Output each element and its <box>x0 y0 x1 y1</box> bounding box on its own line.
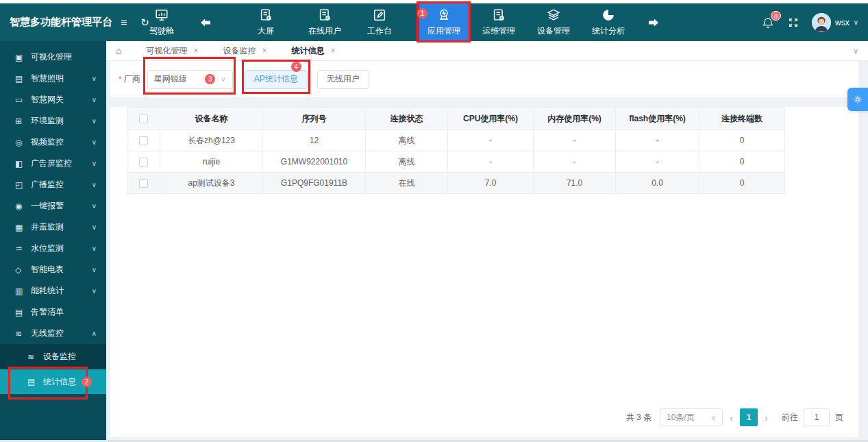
cell-memory: - <box>534 151 616 173</box>
nav-item-label: 运维管理 <box>482 25 515 37</box>
nav-scroll-right-arrow[interactable] <box>641 3 666 41</box>
chevron-down-icon: ∨ <box>92 266 97 273</box>
cell-serial: G1MW922001010 <box>263 151 366 173</box>
sidebar-item-broadcast-monitoring[interactable]: ◰广播监控∨ <box>0 174 106 195</box>
chevron-down-icon: ∨ <box>711 414 716 421</box>
chevron-down-icon: ∨ <box>92 287 97 295</box>
sidebar-subitem-device-monitoring[interactable]: ≋设备监控 <box>0 344 106 369</box>
sidebar-item-wireless-monitoring[interactable]: ≋无线监控∧ <box>0 323 106 344</box>
current-page-button[interactable]: 1 <box>740 408 758 426</box>
nav-item-statistics[interactable]: 统计分析 <box>584 3 633 41</box>
fullscreen-button[interactable] <box>787 16 799 29</box>
row-checkbox[interactable] <box>139 158 148 167</box>
page-size-value: 10条/页 <box>667 412 695 423</box>
ad-screen-icon: ◧ <box>15 159 25 169</box>
sidebar-item-smart-gateway[interactable]: ▭智慧网关∨ <box>0 89 106 110</box>
notifications-button[interactable]: 0 <box>761 16 775 29</box>
row-checkbox[interactable] <box>139 179 148 188</box>
app-window: 智慧多功能杆管理平台 ≡ ↻ 驾驶舱 大屏 在线用户 工作台 1 应用管理 <box>0 0 868 442</box>
column-header-device-name: 设备名称 <box>160 108 263 130</box>
select-all-checkbox[interactable] <box>139 114 148 123</box>
sidebar-item-video-surveillance[interactable]: ◎视频监控∨ <box>0 132 106 153</box>
pie-chart-icon <box>601 8 616 23</box>
sidebar-item-label: 智慧照明 <box>31 73 64 84</box>
home-icon[interactable]: ⌂ <box>116 45 121 56</box>
sidebar-item-environment-monitoring[interactable]: ⊞环境监测∨ <box>0 110 106 132</box>
required-asterisk: * <box>119 75 122 84</box>
sidebar-item-label: 能耗统计 <box>31 285 64 297</box>
user-menu[interactable]: wsx ∨ <box>812 13 858 32</box>
nav-scroll-left-arrow[interactable] <box>193 3 218 41</box>
cell-terminals: 0 <box>699 130 785 151</box>
top-navbar: 智慧多功能杆管理平台 ≡ ↻ 驾驶舱 大屏 在线用户 工作台 1 应用管理 <box>0 3 868 41</box>
nav-item-device-management[interactable]: 设备管理 <box>529 3 578 41</box>
tab-list-chevron-icon[interactable]: ∨ <box>853 47 858 56</box>
sidebar-item-label: 广播监控 <box>31 179 64 191</box>
chevron-down-icon: ∨ <box>92 245 97 252</box>
row-checkbox[interactable] <box>139 136 148 145</box>
cell-memory: 71.0 <box>534 173 616 194</box>
nav-item-app-management[interactable]: 1 应用管理 <box>419 3 469 41</box>
vendor-label: 厂商 <box>124 73 140 85</box>
sidebar-item-smart-meter[interactable]: ◇智能电表∨ <box>0 259 106 280</box>
cell-status: 在线 <box>366 173 448 194</box>
content-area: ⌂ 可视化管理× 设备监控× 统计信息× ∨ * 厂商 星网锐捷 3 ∨ 4 <box>106 41 868 440</box>
select-all-cell <box>127 108 160 130</box>
navbar-right-cluster: 0 wsx ∨ <box>761 3 868 41</box>
column-header-terminals: 连接终端数 <box>699 108 785 130</box>
table-header-row: 设备名称 序列号 连接状态 CPU使用率(%) 内存使用率(%) flash使用… <box>127 108 785 130</box>
chevron-down-icon: ∨ <box>92 138 97 146</box>
goto-page-input[interactable] <box>804 408 830 426</box>
cell-serial: G1PQ9FG01911B <box>263 173 366 194</box>
sidebar-subitem-statistics-info[interactable]: ▤ 统计信息 2 <box>0 369 106 394</box>
nav-item-label: 统计分析 <box>592 25 625 37</box>
sidebar-item-label: 水位监测 <box>31 243 64 254</box>
wifi-icon: ≋ <box>27 352 38 362</box>
sidebar-item-energy-statistics[interactable]: ▥能耗统计∨ <box>0 280 106 302</box>
nav-item-workbench[interactable]: 工作台 <box>355 3 404 41</box>
broadcast-icon: ◰ <box>15 180 25 190</box>
fullscreen-icon <box>787 16 799 29</box>
environment-icon: ⊞ <box>15 116 25 126</box>
chevron-down-icon: ∨ <box>92 181 97 188</box>
sidebar-item-manhole-monitoring[interactable]: ▦井盖监测∨ <box>0 217 106 238</box>
close-icon[interactable]: × <box>262 46 266 56</box>
nav-item-big-screen[interactable]: 大屏 <box>241 3 290 41</box>
sidebar-item-smart-lighting[interactable]: ▤智慧照明∨ <box>0 68 106 89</box>
tab-statistics-info[interactable]: 统计信息× <box>292 45 336 57</box>
notification-count-badge: 0 <box>771 11 781 21</box>
close-icon[interactable]: × <box>193 46 198 56</box>
close-icon[interactable]: × <box>331 46 336 56</box>
next-page-button[interactable]: › <box>758 412 775 423</box>
tab-visual-management[interactable]: 可视化管理× <box>146 45 198 57</box>
ap-statistics-button[interactable]: 4 AP统计信息 <box>245 70 308 89</box>
column-header-memory: 内存使用率(%) <box>534 108 616 130</box>
cell-serial: 12 <box>263 130 366 151</box>
cell-terminals: 0 <box>699 151 785 173</box>
chevron-down-icon: ∨ <box>92 223 97 231</box>
sidebar-item-visual-management[interactable]: ▣可视化管理 <box>0 47 106 68</box>
nav-item-online-users[interactable]: 在线用户 <box>300 3 349 41</box>
annotation-badge-1: 1 <box>417 8 427 19</box>
sidebar-item-one-key-alarm[interactable]: ◉一键报警∨ <box>0 195 106 217</box>
page-size-select[interactable]: 10条/页 ∨ <box>660 408 723 426</box>
sidebar-item-label: 智能电表 <box>31 264 64 275</box>
wireless-users-button-label: 无线用户 <box>327 73 360 85</box>
sidebar-item-alert-list[interactable]: ▤告警清单 <box>0 302 106 323</box>
sidebar-item-ad-screen-monitoring[interactable]: ◧广告屏监控∨ <box>0 153 106 174</box>
settings-fab-button[interactable] <box>847 88 868 111</box>
cell-cpu: 7.0 <box>448 173 534 194</box>
nav-item-ops-management[interactable]: 运维管理 <box>474 3 523 41</box>
table-row: 长春zh@123 12 离线 - - - 0 <box>127 130 785 151</box>
wireless-users-button[interactable]: 无线用户 <box>317 70 369 89</box>
tab-device-monitoring[interactable]: 设备监控× <box>223 45 266 57</box>
layers-icon <box>546 8 561 23</box>
nav-item-cockpit[interactable]: 驾驶舱 <box>137 3 186 41</box>
wifi-icon: ≋ <box>15 329 25 339</box>
ap-statistics-button-label: AP统计信息 <box>254 73 298 85</box>
vendor-select[interactable]: 星网锐捷 3 ∨ <box>147 70 233 89</box>
prev-page-button[interactable]: ‹ <box>723 412 740 423</box>
sidebar-collapse-icon[interactable]: ≡ <box>121 16 127 29</box>
lighting-icon: ▤ <box>15 74 25 84</box>
sidebar-item-water-level-monitoring[interactable]: ♒水位监测∨ <box>0 238 106 259</box>
